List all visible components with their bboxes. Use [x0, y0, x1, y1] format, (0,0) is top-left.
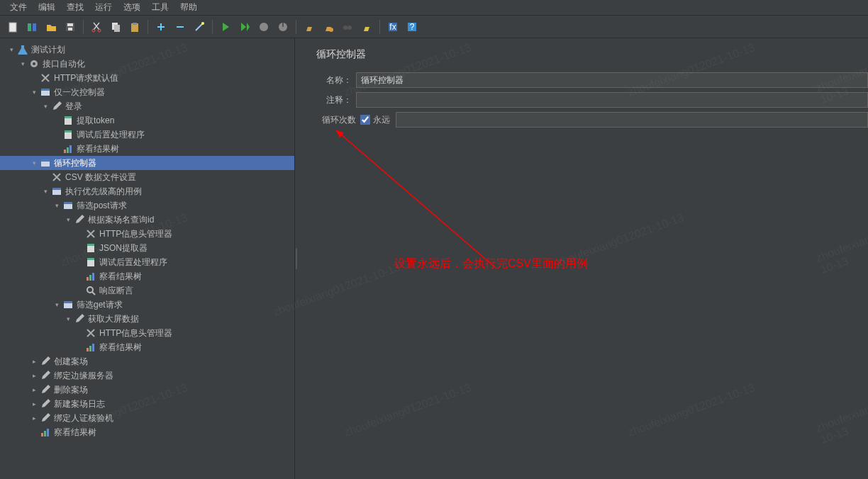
- toolbar-save[interactable]: [62, 18, 79, 35]
- tree-item-0[interactable]: ▾测试计划: [0, 43, 294, 57]
- tree-item-9[interactable]: CSV 数据文件设置: [0, 170, 294, 184]
- ctrl-icon: [40, 86, 51, 98]
- toolbar-broom-clear[interactable]: [301, 18, 318, 35]
- tree-toggle[interactable]: ▾: [30, 159, 38, 167]
- tree-item-20[interactable]: HTTP信息头管理器: [0, 326, 294, 340]
- tree-item-13[interactable]: HTTP信息头管理器: [0, 227, 294, 241]
- x-icon: [85, 327, 96, 339]
- tree-item-18[interactable]: ▾筛选get请求: [0, 298, 294, 312]
- tree-toggle[interactable]: ▾: [18, 60, 27, 68]
- tree-label: JSON提取器: [99, 242, 148, 254]
- toolbar-new-file[interactable]: [4, 18, 21, 35]
- toolbar-play-no-pause[interactable]: [236, 18, 253, 35]
- menu-工具[interactable]: 工具: [146, 0, 174, 15]
- tree-item-4[interactable]: ▾登录: [0, 99, 294, 113]
- tree-item-14[interactable]: JSON提取器: [0, 241, 294, 255]
- tree-label: 新建案场日志: [54, 398, 105, 410]
- tree-toggle[interactable]: ▸: [30, 371, 38, 380]
- name-row: 名称：: [305, 72, 868, 88]
- toolbar-separator: [379, 20, 380, 34]
- tree-item-17[interactable]: 响应断言: [0, 283, 294, 298]
- test-plan-tree[interactable]: ▾测试计划▾接口自动化HTTP请求默认值▾仅一次控制器▾登录提取token调试后…: [0, 38, 294, 444]
- tree-item-25[interactable]: ▸新建案场日志: [0, 397, 294, 411]
- menu-文件[interactable]: 文件: [4, 0, 33, 15]
- ctrl-icon: [62, 299, 74, 310]
- toolbar-play[interactable]: [217, 18, 234, 35]
- menu-选项[interactable]: 选项: [118, 0, 146, 15]
- toolbar-minus[interactable]: [172, 18, 189, 35]
- toolbar-paste[interactable]: [126, 18, 143, 35]
- toolbar-copy[interactable]: [107, 18, 124, 35]
- pencil-icon: [40, 370, 51, 381]
- tree-toggle[interactable]: ▸: [30, 414, 38, 422]
- toolbar-broom-warn[interactable]: [320, 18, 337, 35]
- tree-toggle[interactable]: ▾: [7, 45, 16, 54]
- tree-item-23[interactable]: ▸绑定边缘服务器: [0, 368, 294, 383]
- tree-toggle[interactable]: ▾: [30, 88, 38, 96]
- tree-item-7[interactable]: 察看结果树: [0, 142, 294, 156]
- toolbar-binoculars[interactable]: [339, 18, 356, 35]
- svg-rect-49: [64, 301, 72, 303]
- tree-toggle[interactable]: ▾: [52, 300, 61, 309]
- toolbar-cut[interactable]: [88, 18, 105, 35]
- tree-item-19[interactable]: ▾获取大屏数据: [0, 312, 294, 326]
- tree-item-6[interactable]: 调试后置处理程序: [0, 128, 294, 142]
- tree-toggle[interactable]: ▸: [30, 400, 38, 408]
- tree-toggle[interactable]: ▸: [30, 385, 38, 394]
- menu-运行[interactable]: 运行: [89, 0, 118, 15]
- toolbar-open[interactable]: [43, 18, 60, 35]
- menu-查找[interactable]: 查找: [61, 0, 89, 15]
- menu-帮助[interactable]: 帮助: [174, 0, 203, 15]
- svg-rect-39: [64, 202, 72, 204]
- toolbar-wand[interactable]: [191, 18, 208, 35]
- svg-rect-51: [89, 346, 91, 351]
- pencil-icon: [51, 101, 62, 112]
- name-input[interactable]: [356, 72, 868, 88]
- tree-toggle[interactable]: ▾: [41, 187, 50, 196]
- menu-编辑[interactable]: 编辑: [33, 0, 61, 15]
- tree-toggle[interactable]: ▾: [64, 315, 72, 323]
- tree-item-16[interactable]: 察看结果树: [0, 269, 294, 283]
- tree-toggle: [41, 173, 50, 181]
- svg-rect-33: [69, 145, 72, 153]
- tree-item-26[interactable]: ▸绑定人证核验机: [0, 411, 294, 425]
- loop-count-input[interactable]: [396, 112, 868, 128]
- tree-item-22[interactable]: ▸创建案场: [0, 354, 294, 368]
- panel-title: 循环控制器: [305, 45, 868, 68]
- menu-bar: 文件编辑查找运行选项工具帮助: [0, 0, 868, 16]
- toolbar-stop[interactable]: [255, 18, 272, 35]
- forever-label: 永远: [373, 114, 390, 126]
- forever-checkbox[interactable]: [360, 115, 370, 125]
- svg-line-56: [340, 134, 496, 269]
- comment-input[interactable]: [356, 92, 868, 108]
- chart-icon: [85, 342, 96, 353]
- tree-item-12[interactable]: ▾根据案场名查询id: [0, 213, 294, 227]
- name-label: 名称：: [316, 74, 352, 86]
- tree-item-8[interactable]: ▾循环控制器: [0, 156, 294, 170]
- toolbar-plus[interactable]: [152, 18, 169, 35]
- tree-item-24[interactable]: ▸删除案场: [0, 383, 294, 397]
- toolbar-help[interactable]: ?: [404, 18, 421, 35]
- tree-item-10[interactable]: ▾执行优先级高的用例: [0, 184, 294, 198]
- tree-item-2[interactable]: HTTP请求默认值: [0, 71, 294, 85]
- tree-label: 察看结果树: [54, 427, 96, 439]
- toolbar-templates[interactable]: [23, 18, 40, 35]
- tree-toggle[interactable]: ▾: [64, 215, 72, 224]
- tree-item-5[interactable]: 提取token: [0, 113, 294, 128]
- toolbar-function[interactable]: fx: [384, 18, 401, 35]
- tree-toggle[interactable]: ▸: [30, 357, 38, 366]
- tree-item-1[interactable]: ▾接口自动化: [0, 57, 294, 71]
- tree-item-21[interactable]: 察看结果树: [0, 340, 294, 354]
- doc-icon: [62, 115, 74, 126]
- toolbar-shutdown[interactable]: [274, 18, 291, 35]
- tree-item-11[interactable]: ▾筛选post请求: [0, 198, 294, 213]
- tree-toggle[interactable]: ▾: [41, 102, 50, 111]
- tree-item-27[interactable]: 察看结果树: [0, 425, 294, 439]
- svg-rect-46: [92, 273, 94, 281]
- pencil-icon: [40, 412, 51, 424]
- tree-item-3[interactable]: ▾仅一次控制器: [0, 85, 294, 99]
- toolbar-broom-reset[interactable]: [358, 18, 375, 35]
- tree-toggle[interactable]: ▾: [52, 201, 61, 210]
- content-panel: 循环控制器 名称： 注释： 循环次数 永远 设置永远后，会执行完CSV里面的用例: [298, 38, 868, 479]
- tree-item-15[interactable]: 调试后置处理程序: [0, 255, 294, 269]
